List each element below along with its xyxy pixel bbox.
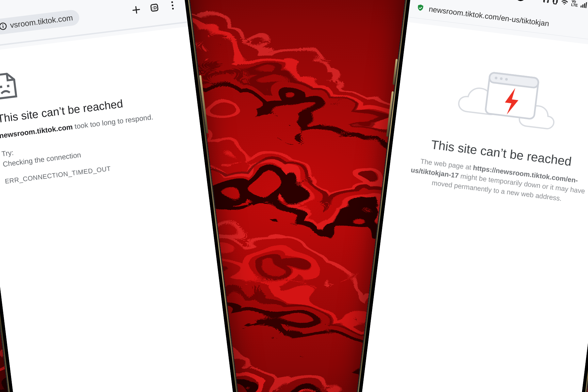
- tabs-button[interactable]: :D: [147, 0, 162, 15]
- address-bar[interactable]: vsroom.tiktok.com: [0, 9, 80, 35]
- signal-icon: [580, 1, 588, 8]
- info-icon: [0, 22, 7, 31]
- svg-point-16: [171, 1, 173, 3]
- svg-point-17: [172, 5, 173, 7]
- error-illustration: [451, 58, 564, 143]
- svg-rect-20: [7, 85, 9, 87]
- svg-text::D: :D: [152, 5, 157, 11]
- svg-point-13: [2, 24, 3, 25]
- lock-secure-icon: [416, 4, 425, 12]
- new-tab-button[interactable]: [129, 2, 144, 18]
- svg-rect-19: [0, 86, 2, 88]
- menu-button[interactable]: [165, 0, 180, 13]
- svg-rect-27: [580, 6, 582, 8]
- svg-line-25: [553, 0, 553, 2]
- address-bar-url: vsroom.tiktok.com: [9, 13, 73, 30]
- wifi-icon: [560, 0, 569, 6]
- svg-rect-24: [553, 0, 557, 4]
- svg-line-12: [3, 25, 3, 28]
- svg-rect-30: [585, 2, 587, 8]
- svg-rect-28: [582, 4, 583, 8]
- svg-rect-29: [584, 3, 585, 8]
- vibrate-icon: [552, 0, 558, 5]
- svg-point-18: [172, 8, 174, 10]
- svg-line-26: [557, 0, 557, 3]
- headphones-icon: [542, 0, 550, 4]
- volte-icon: VoLTE: [571, 0, 579, 7]
